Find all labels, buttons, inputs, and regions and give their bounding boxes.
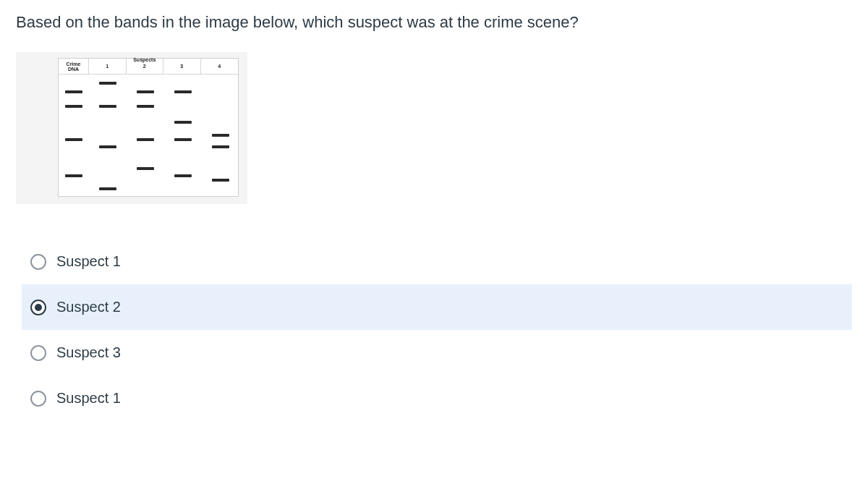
option-4[interactable]: Suspect 1: [22, 375, 852, 421]
option-label: Suspect 3: [56, 344, 121, 361]
gel-image: Crime DNA 1 Suspects 2 3 4: [16, 52, 247, 204]
option-2[interactable]: Suspect 2: [22, 284, 852, 330]
option-3[interactable]: Suspect 3: [22, 330, 852, 375]
gel-col-2: Suspects 2: [127, 59, 164, 74]
radio-icon: [30, 300, 46, 315]
radio-icon: [30, 391, 46, 407]
gel-header: Crime DNA 1 Suspects 2 3 4: [59, 59, 238, 75]
gel-col-crime: Crime DNA: [59, 59, 89, 74]
radio-icon: [30, 254, 46, 270]
answer-options: Suspect 1 Suspect 2 Suspect 3 Suspect 1: [22, 239, 852, 421]
option-label: Suspect 2: [56, 299, 121, 315]
option-1[interactable]: Suspect 1: [22, 239, 852, 284]
gel-frame: Crime DNA 1 Suspects 2 3 4: [58, 58, 239, 197]
gel-col-4: 4: [201, 59, 239, 74]
lane-suspect-2: [127, 75, 164, 196]
gel-col-3: 3: [163, 59, 201, 74]
lane-crime: [55, 75, 93, 196]
option-label: Suspect 1: [56, 253, 121, 270]
gel-body: [59, 75, 238, 196]
lane-suspect-4: [202, 75, 239, 196]
gel-suspects-label: Suspects: [127, 57, 163, 62]
option-label: Suspect 1: [56, 390, 121, 407]
gel-col-1: 1: [89, 59, 127, 74]
question-text: Based on the bands in the image below, w…: [16, 13, 852, 32]
lane-suspect-3: [164, 75, 202, 196]
radio-icon: [30, 345, 46, 361]
lane-suspect-1: [89, 75, 127, 196]
